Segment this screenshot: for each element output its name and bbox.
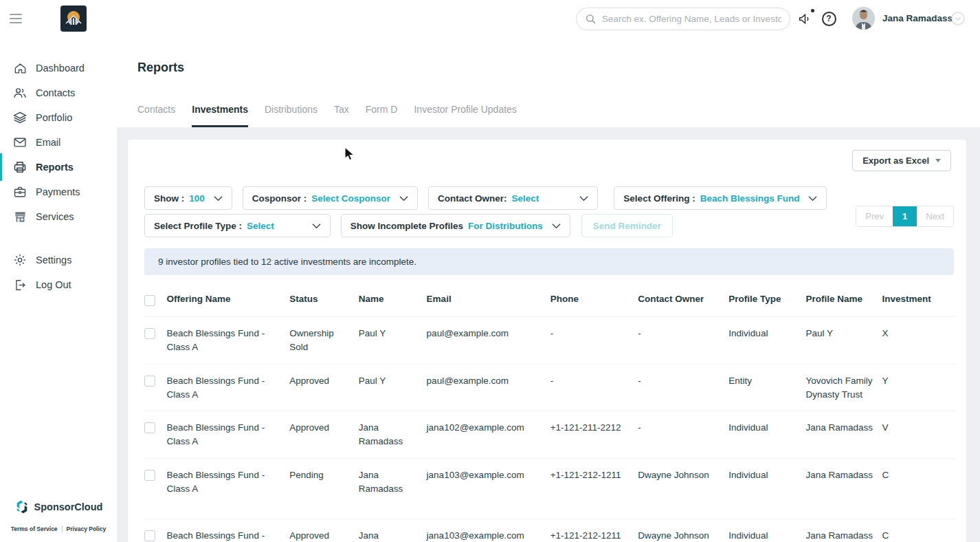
- sidebar-item-settings[interactable]: Settings: [0, 248, 117, 272]
- sidebar-item-label: Dashboard: [36, 63, 85, 74]
- sponsorcloud-brand: SponsorCloud: [0, 499, 117, 514]
- tab-tax[interactable]: Tax: [334, 104, 349, 127]
- next-page-button[interactable]: Next: [917, 206, 953, 226]
- cell-status: Approved: [289, 374, 358, 388]
- filters-row-2: Select Profile Type : Select Show Incomp…: [144, 214, 673, 237]
- brand-name: SponsorCloud: [34, 501, 103, 512]
- cell-profile-type: Individual: [728, 421, 805, 435]
- announcements-button[interactable]: [796, 10, 814, 28]
- cell-name: Jana Ramadass: [359, 468, 427, 497]
- cell-offering: Beach Blessings Fund - Class A: [167, 421, 290, 449]
- user-menu-chevron[interactable]: [951, 12, 965, 25]
- cell-phone: +1-121-212-1211: [550, 468, 638, 482]
- app-logo[interactable]: [60, 6, 87, 32]
- cell-name: Paul Y: [359, 327, 427, 340]
- privacy-policy-link[interactable]: Privacy Policy: [67, 525, 107, 532]
- page-title: Reports: [137, 37, 980, 75]
- send-reminder-button[interactable]: Send Reminder: [581, 214, 673, 237]
- cell-contact-owner: -: [638, 327, 728, 340]
- sidebar-item-dashboard[interactable]: Dashboard: [0, 56, 117, 80]
- contact-owner-dropdown[interactable]: Contact Owner: Select: [428, 186, 598, 210]
- filter-label: Show Incomplete Profiles: [350, 221, 463, 231]
- row-checkbox[interactable]: [144, 376, 155, 387]
- cell-email: jana103@example.com: [427, 529, 550, 542]
- table-row: Beach Blessings Fund - Class A Ownership…: [144, 316, 957, 364]
- cell-profile-name: Paul Y: [806, 327, 882, 340]
- gear-icon: [13, 253, 27, 267]
- cosponsor-dropdown[interactable]: Cosponsor : Select Cosponsor: [243, 186, 418, 210]
- main-content: Reports Contacts Investments Distributio…: [117, 37, 980, 542]
- cell-email: paul@example.com: [427, 327, 550, 340]
- cell-clipped: X: [882, 327, 957, 340]
- hamburger-menu-icon[interactable]: [10, 14, 22, 23]
- tab-form-d[interactable]: Form D: [366, 104, 398, 127]
- filter-value: Select Cosponsor: [311, 193, 390, 204]
- sidebar-item-payments[interactable]: Payments: [0, 180, 117, 204]
- select-all-checkbox[interactable]: [144, 295, 155, 306]
- sidebar-item-label: Payments: [36, 186, 80, 197]
- export-as-excel-button[interactable]: Export as Excel: [852, 150, 951, 171]
- incomplete-profiles-dropdown[interactable]: Show Incomplete Profiles For Distributio…: [341, 214, 570, 237]
- filter-value: For Distributions: [468, 221, 543, 231]
- cell-profile-name: Jana Ramadass: [806, 529, 882, 542]
- chevron-down-icon: [579, 195, 588, 202]
- filter-label: Cosponsor :: [252, 193, 307, 204]
- cell-status: Pending: [289, 468, 358, 482]
- tab-investments[interactable]: Investments: [192, 104, 248, 127]
- tab-contacts[interactable]: Contacts: [137, 104, 175, 127]
- row-checkbox[interactable]: [144, 422, 155, 433]
- home-icon: [13, 61, 27, 75]
- cell-contact-owner: -: [638, 421, 728, 435]
- global-search: [576, 8, 790, 30]
- search-input[interactable]: [602, 14, 781, 24]
- layers-icon: [13, 111, 27, 124]
- cell-contact-owner: -: [638, 374, 728, 388]
- help-button[interactable]: ?: [820, 10, 838, 28]
- caret-down-icon: [935, 159, 941, 162]
- show-count-dropdown[interactable]: Show : 100: [144, 186, 232, 210]
- profile-type-dropdown[interactable]: Select Profile Type : Select: [144, 214, 331, 237]
- tab-investor-profile-updates[interactable]: Investor Profile Updates: [414, 104, 516, 127]
- sidebar-item-contacts[interactable]: Contacts: [0, 80, 117, 105]
- cell-phone: -: [550, 327, 638, 340]
- sidebar-item-logout[interactable]: Log Out: [0, 272, 117, 297]
- cell-phone: +1-121-211-2212: [550, 421, 638, 435]
- avatar-photo: [852, 7, 875, 30]
- search-icon: [585, 13, 597, 25]
- filter-value: 100: [189, 193, 205, 204]
- incomplete-profiles-banner: 9 investor profiles tied to 12 active in…: [144, 248, 954, 275]
- sidebar-item-label: Contacts: [36, 87, 75, 98]
- cell-name: Jana Ramadass: [359, 421, 427, 449]
- cell-phone: +1-121-212-1211: [550, 529, 638, 542]
- chevron-down-icon: [312, 223, 321, 229]
- cell-profile-type: Individual: [728, 468, 805, 482]
- user-name[interactable]: Jana Ramadass: [882, 13, 953, 23]
- page-header: Reports Contacts Investments Distributio…: [117, 37, 980, 127]
- cell-status: Approved: [289, 421, 358, 435]
- notification-dot: [811, 9, 814, 12]
- row-checkbox[interactable]: [144, 470, 155, 481]
- sidebar-item-services[interactable]: Services: [0, 204, 117, 229]
- col-email: Email: [427, 294, 550, 304]
- col-status: Status: [289, 294, 358, 304]
- cell-offering: Beach Blessings Fund - Class A: [167, 468, 290, 497]
- select-offering-dropdown[interactable]: Select Offering : Beach Blessings Fund: [614, 186, 827, 210]
- row-checkbox[interactable]: [144, 530, 155, 541]
- storefront-icon: [13, 210, 27, 224]
- terms-of-service-link[interactable]: Terms of Service: [11, 525, 58, 532]
- logout-icon: [13, 278, 27, 292]
- filter-label: Select Profile Type :: [154, 221, 242, 231]
- filters-row-1: Show : 100 Cosponsor : Select Cosponsor …: [144, 186, 827, 210]
- sidebar-item-portfolio[interactable]: Portfolio: [0, 105, 117, 130]
- cell-profile-name: Jana Ramadass: [806, 468, 882, 482]
- sidebar-item-email[interactable]: Email: [0, 130, 117, 155]
- row-checkbox[interactable]: [144, 328, 155, 339]
- tab-distributions[interactable]: Distributions: [265, 104, 318, 127]
- current-page-button[interactable]: 1: [893, 206, 917, 226]
- sidebar-item-reports[interactable]: Reports: [0, 155, 117, 180]
- user-avatar[interactable]: [852, 7, 875, 30]
- prev-page-button[interactable]: Prev: [856, 206, 893, 226]
- chevron-down-icon: [399, 195, 408, 202]
- sun-bars-logo-icon: [64, 9, 83, 28]
- table-row: Beach Blessings Fund - Class A Pending J…: [144, 458, 957, 519]
